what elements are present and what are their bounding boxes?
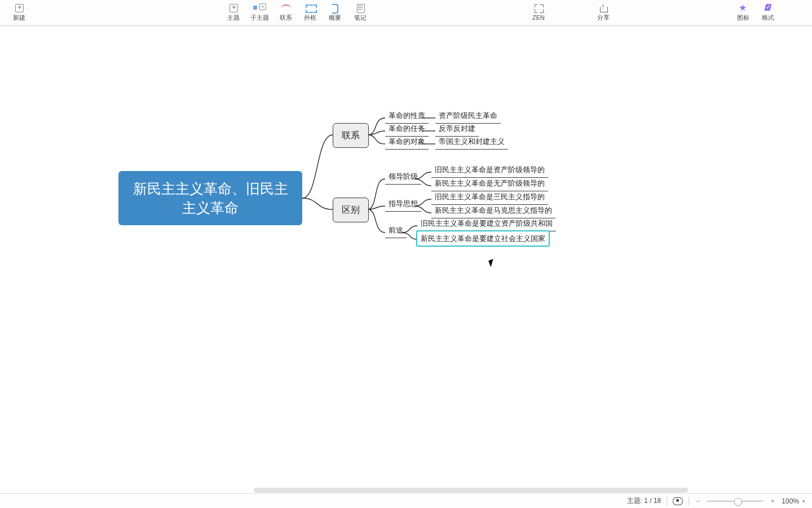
topic-button[interactable]: 主题 [223, 0, 244, 25]
separator [689, 497, 689, 505]
leaf-key[interactable]: 革命的对象 [385, 136, 429, 150]
cursor-icon [489, 260, 496, 269]
chevron-down-icon[interactable]: ▾ [802, 498, 805, 504]
topic-label: 主题 [227, 14, 240, 22]
icons-button[interactable]: 图标 [733, 0, 753, 25]
eye-icon[interactable] [673, 497, 683, 505]
relationship-icon [280, 3, 292, 12]
root-topic[interactable]: 新民主主义革命、旧民主主义革命 [118, 171, 302, 225]
mindmap-canvas[interactable]: 新民主主义革命、旧民主主义革命 联系 革命的性质 资产阶级民主革命 革命的任务 … [0, 27, 812, 494]
icons-label: 图标 [737, 14, 749, 22]
leaf-value[interactable]: 资产阶级民主革命 [435, 110, 501, 124]
zoom-out-button[interactable]: − [695, 497, 701, 505]
boundary-button[interactable]: 外框 [300, 0, 320, 25]
leaf-value-selected[interactable]: 新民主主义革命是要建立社会主义国家 [416, 230, 550, 247]
share-button[interactable]: 分享 [592, 0, 615, 25]
zoom-in-button[interactable]: + [769, 497, 776, 505]
zen-label: ZEN [532, 14, 545, 21]
connectors [0, 27, 778, 478]
new-label: 新建 [13, 14, 25, 22]
notes-label: 笔记 [354, 14, 367, 22]
zen-icon [532, 4, 545, 13]
status-bar: 主题: 1 / 18 − + 100% ▾ [0, 493, 812, 508]
share-label: 分享 [597, 14, 610, 22]
share-icon [597, 3, 610, 12]
branch-lianxi[interactable]: 联系 [333, 123, 369, 148]
leaf-key[interactable]: 革命的任务 [385, 123, 429, 137]
leaf-key[interactable]: 领导阶级 [385, 171, 421, 185]
format-button[interactable]: 格式 [758, 0, 778, 25]
zoom-slider[interactable] [707, 501, 764, 502]
branch-lianxi-label: 联系 [342, 130, 360, 142]
relationship-button[interactable]: 联系 [276, 0, 296, 25]
leaf-value[interactable]: 反帝反封建 [435, 123, 479, 137]
leaf-value[interactable]: 旧民主主义革命是要建立资产阶级共和国 [417, 218, 556, 231]
summary-button[interactable]: 概要 [325, 0, 345, 25]
branch-qubie-label: 区别 [342, 204, 360, 216]
summary-icon [329, 3, 341, 12]
boundary-label: 外框 [304, 14, 316, 22]
branch-qubie[interactable]: 区别 [333, 198, 369, 222]
summary-label: 概要 [329, 14, 341, 22]
plus-icon [13, 3, 25, 12]
zoom-percent[interactable]: 100% [782, 497, 799, 505]
subtopic-label: 子主题 [250, 14, 269, 22]
leaf-value[interactable]: 新民主主义革命是无产阶级领导的 [431, 178, 548, 191]
new-button[interactable]: 新建 [8, 0, 30, 25]
leaf-value[interactable]: 帝国主义和封建主义 [435, 136, 508, 150]
format-label: 格式 [762, 14, 774, 22]
leaf-value[interactable]: 旧民主主义革命是资产阶级领导的 [431, 164, 548, 178]
zen-button[interactable]: ZEN [527, 0, 550, 25]
notes-icon [354, 3, 367, 12]
leaf-key[interactable]: 指导思想 [385, 198, 421, 212]
topic-icon [227, 3, 240, 12]
boundary-icon [304, 3, 316, 12]
subtopic-icon [253, 3, 266, 12]
separator [667, 497, 667, 505]
leaf-key[interactable]: 革命的性质 [385, 110, 429, 124]
subtopic-button[interactable]: 子主题 [247, 0, 272, 25]
notes-button[interactable]: 笔记 [350, 0, 370, 25]
leaf-key[interactable]: 前途 [385, 225, 407, 238]
zoom-thumb[interactable] [734, 498, 742, 506]
leaf-value[interactable]: 新民主主义革命是马克思主义指导的 [431, 205, 555, 218]
relationship-label: 联系 [280, 14, 292, 22]
star-icon [737, 3, 749, 12]
format-icon [762, 3, 774, 12]
topic-count: 主题: 1 / 18 [627, 496, 661, 506]
root-label: 新民主主义革命、旧民主主义革命 [129, 179, 292, 217]
leaf-value[interactable]: 旧民主主义革命是三民主义指导的 [431, 191, 548, 205]
horizontal-scrollbar[interactable] [254, 488, 688, 493]
toolbar: 新建 主题 子主题 联系 外框 概要 笔记 ZEN 分享 图标 格式 [0, 0, 812, 25]
